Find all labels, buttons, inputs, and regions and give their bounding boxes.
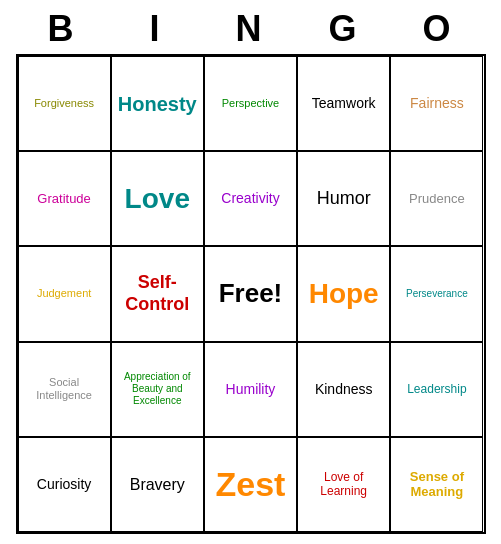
bingo-cell: Self-Control [111,246,204,341]
cell-text: Gratitude [37,191,90,207]
bingo-title: BINGO [16,0,486,54]
bingo-grid: ForgivenessHonestyPerspectiveTeamworkFai… [16,54,486,534]
cell-text: Bravery [130,475,185,494]
cell-text: Social Intelligence [22,376,107,402]
cell-text: Forgiveness [34,97,94,110]
title-letter: B [23,8,103,50]
bingo-cell: Curiosity [18,437,111,532]
cell-text: Free! [219,278,283,309]
bingo-cell: Free! [204,246,297,341]
cell-text: Curiosity [37,476,91,493]
bingo-cell: Zest [204,437,297,532]
bingo-cell: Fairness [390,56,483,151]
cell-text: Zest [216,464,286,505]
title-letter: G [305,8,385,50]
bingo-cell: Creativity [204,151,297,246]
cell-text: Teamwork [312,95,376,112]
bingo-cell: Social Intelligence [18,342,111,437]
cell-text: Hope [309,277,379,311]
bingo-cell: Sense of Meaning [390,437,483,532]
bingo-cell: Bravery [111,437,204,532]
cell-text: Humility [226,381,276,398]
cell-text: Creativity [221,190,279,207]
cell-text: Sense of Meaning [394,469,479,500]
title-letter: N [211,8,291,50]
bingo-cell: Love [111,151,204,246]
cell-text: Appreciation of Beauty and Excellence [115,371,200,407]
cell-text: Love of Learning [301,470,386,499]
bingo-cell: Gratitude [18,151,111,246]
cell-text: Fairness [410,95,464,112]
bingo-cell: Humility [204,342,297,437]
bingo-cell: Judgement [18,246,111,341]
cell-text: Judgement [37,287,91,300]
cell-text: Leadership [407,382,466,396]
cell-text: Kindness [315,381,373,398]
bingo-cell: Prudence [390,151,483,246]
bingo-cell: Kindness [297,342,390,437]
bingo-cell: Forgiveness [18,56,111,151]
bingo-cell: Love of Learning [297,437,390,532]
bingo-cell: Humor [297,151,390,246]
bingo-cell: Appreciation of Beauty and Excellence [111,342,204,437]
bingo-cell: Perseverance [390,246,483,341]
cell-text: Prudence [409,191,465,207]
title-letter: I [117,8,197,50]
bingo-cell: Teamwork [297,56,390,151]
title-letter: O [399,8,479,50]
cell-text: Perseverance [406,288,468,300]
bingo-cell: Perspective [204,56,297,151]
cell-text: Love [125,182,190,216]
cell-text: Honesty [118,92,197,116]
bingo-cell: Honesty [111,56,204,151]
cell-text: Perspective [222,97,279,110]
bingo-cell: Leadership [390,342,483,437]
cell-text: Humor [317,188,371,210]
bingo-cell: Hope [297,246,390,341]
cell-text: Self-Control [115,272,200,315]
